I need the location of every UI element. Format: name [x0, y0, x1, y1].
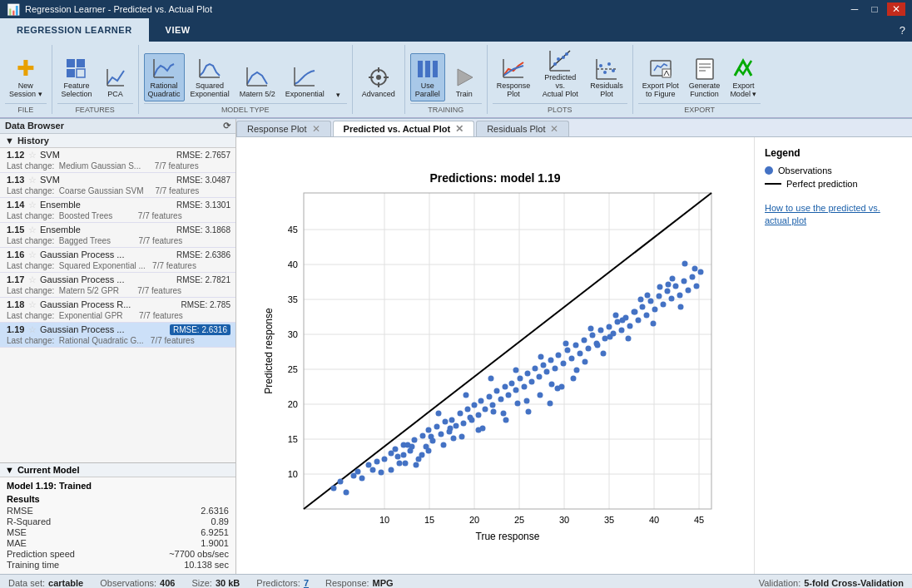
svg-point-90 [370, 467, 376, 473]
history-list[interactable]: 1.12 ☆ SVM RMSE: 2.7657 Last change: Med… [0, 148, 235, 462]
maximize-button[interactable]: □ [865, 2, 884, 16]
tab-residuals-plot[interactable]: Residuals Plot ✕ [476, 121, 569, 136]
svg-point-125 [506, 393, 512, 398]
svg-point-214 [548, 401, 553, 407]
svg-point-30 [565, 52, 568, 56]
close-button[interactable]: ✕ [887, 2, 905, 16]
tab-view[interactable]: VIEW [149, 18, 207, 42]
svg-point-102 [420, 433, 426, 439]
chart-container: Predictions: model 1.19 [245, 146, 746, 566]
ribbon-group-features: FeatureSelection PCA FEATURES [52, 45, 139, 114]
history-item[interactable]: 1.18 ☆ Gaussian Process R... RMSE: 2.785… [0, 298, 235, 323]
history-item-selected[interactable]: 1.19 ☆ Gaussian Process ... RMSE: 2.6316… [0, 323, 235, 348]
svg-point-88 [359, 476, 365, 482]
current-model-content: Model 1.19: Trained Results RMSE 2.6316 … [0, 477, 235, 574]
data-browser-label: Data Browser [5, 121, 64, 131]
svg-point-194 [666, 282, 672, 288]
history-collapse-icon[interactable]: ▼ [5, 136, 14, 146]
predicted-actual-plot-button[interactable]: Predicted vs.Actual Plot [536, 45, 584, 101]
svg-point-207 [469, 418, 475, 423]
window-controls: ─ □ ✕ [845, 2, 905, 16]
legend-perfect-prediction-label: Perfect prediction [786, 179, 858, 189]
response-plot-button[interactable]: ResponsePlot [493, 53, 535, 101]
svg-point-116 [472, 403, 478, 408]
svg-point-118 [478, 398, 484, 404]
export-model-icon [730, 56, 756, 82]
svg-point-161 [652, 307, 658, 313]
exponential-button[interactable]: Exponential [281, 62, 329, 101]
svg-point-187 [574, 368, 580, 373]
close-predicted-actual-plot[interactable]: ✕ [455, 124, 463, 134]
svg-point-86 [351, 473, 357, 479]
svg-point-143 [577, 351, 583, 357]
export-model-button[interactable]: ExportModel ▾ [726, 53, 761, 101]
response-value: MPG [373, 578, 394, 588]
close-response-plot[interactable]: ✕ [312, 124, 320, 134]
history-item[interactable]: 1.15 ☆ Ensemble RMSE: 3.1868 Last change… [0, 223, 235, 248]
tab-regression-learner[interactable]: REGRESSION LEARNER [0, 18, 149, 42]
squared-exponential-button[interactable]: SquaredExponential [186, 53, 234, 101]
svg-point-100 [412, 437, 418, 443]
generate-function-button[interactable]: GenerateFunction [685, 53, 725, 101]
svg-point-192 [638, 297, 644, 303]
svg-point-220 [620, 318, 626, 324]
svg-point-29 [562, 56, 565, 59]
advanced-button[interactable]: Advanced [358, 62, 399, 101]
svg-point-222 [645, 293, 651, 299]
results-title: Results [7, 494, 229, 504]
svg-point-36 [607, 62, 611, 66]
history-item[interactable]: 1.17 ☆ Gaussian Process ... RMSE: 2.7821… [0, 273, 235, 298]
response-label: Response: [325, 578, 369, 588]
pca-button[interactable]: PCA [98, 62, 133, 101]
legend-title: Legend [765, 147, 902, 159]
svg-point-153 [619, 328, 625, 334]
close-residuals-plot[interactable]: ✕ [550, 124, 558, 134]
residuals-plot-button[interactable]: ResidualsPlot [586, 53, 627, 101]
svg-point-148 [598, 328, 604, 334]
svg-text:45: 45 [694, 515, 704, 525]
svg-point-181 [501, 411, 507, 417]
current-model-collapse-icon[interactable]: ▼ [5, 465, 14, 475]
svg-point-93 [382, 457, 388, 462]
tab-response-plot[interactable]: Response Plot ✕ [236, 121, 331, 136]
svg-rect-1 [77, 59, 85, 67]
new-session-button[interactable]: ✚ NewSession ▾ [5, 53, 47, 101]
svg-point-160 [648, 299, 654, 304]
ribbon-help-icon[interactable]: ? [900, 24, 905, 37]
feature-selection-button[interactable]: FeatureSelection [57, 53, 97, 101]
svg-point-224 [670, 276, 676, 282]
use-parallel-button[interactable]: UseParallel [410, 53, 445, 101]
minimize-button[interactable]: ─ [845, 2, 864, 16]
svg-point-213 [538, 393, 543, 398]
svg-point-121 [490, 403, 496, 408]
data-browser-icon[interactable]: ⟳ [223, 121, 230, 131]
ribbon-group-plots: ResponsePlot Predicted vs.Actual Plot Re… [488, 45, 633, 114]
model-type-dropdown-button[interactable]: ▾ [332, 88, 345, 101]
history-label: ▼ History [0, 134, 235, 148]
train-button[interactable]: Train [447, 62, 482, 101]
svg-point-34 [599, 64, 602, 67]
matern52-button[interactable]: Matern 5/2 [235, 62, 280, 101]
svg-point-168 [682, 279, 687, 284]
rational-quadratic-icon [151, 56, 177, 82]
history-item[interactable]: 1.14 ☆ Ensemble RMSE: 3.1301 Last change… [0, 198, 235, 223]
svg-point-130 [525, 371, 531, 377]
history-item[interactable]: 1.12 ☆ SVM RMSE: 2.7657 Last change: Med… [0, 148, 235, 173]
tab-predicted-actual-plot[interactable]: Predicted vs. Actual Plot ✕ [333, 121, 475, 136]
ribbon-tab-bar: REGRESSION LEARNER VIEW ? [0, 18, 912, 42]
svg-text:40: 40 [288, 259, 298, 269]
svg-point-191 [626, 336, 632, 342]
exponential-icon [291, 64, 318, 91]
svg-point-128 [518, 376, 523, 382]
history-item[interactable]: 1.13 ☆ SVM RMSE: 3.0487 Last change: Coa… [0, 173, 235, 198]
ribbon-group-file: ✚ NewSession ▾ FILE [0, 45, 52, 114]
svg-point-106 [434, 424, 440, 430]
rational-quadratic-button[interactable]: RationalQuadratic [144, 53, 185, 101]
svg-point-200 [403, 461, 409, 467]
result-mae: MAE 1.9001 [7, 538, 229, 548]
export-plot-button[interactable]: Export Plotto Figure [638, 53, 683, 101]
svg-point-150 [607, 324, 612, 330]
history-item[interactable]: 1.16 ☆ Gaussian Process ... RMSE: 2.6386… [0, 248, 235, 273]
svg-point-174 [414, 462, 419, 468]
legend-help-link[interactable]: How to use the predicted vs. actual plot [765, 202, 902, 228]
